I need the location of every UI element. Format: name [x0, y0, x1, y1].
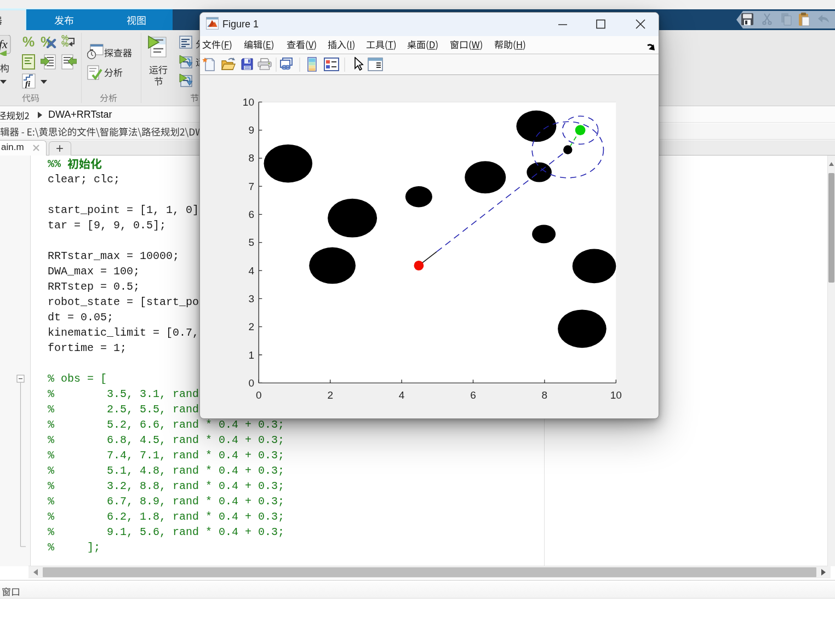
svg-text:9: 9 — [248, 124, 254, 136]
svg-text:0: 0 — [256, 389, 262, 401]
svg-text:4: 4 — [248, 265, 254, 277]
svg-text:0: 0 — [248, 377, 254, 389]
svg-text:6: 6 — [470, 389, 476, 401]
svg-text:2: 2 — [248, 321, 254, 332]
svg-text:fx: fx — [0, 37, 8, 51]
svg-text:8: 8 — [542, 389, 548, 401]
svg-text:2: 2 — [327, 389, 333, 401]
svg-text:5: 5 — [248, 237, 254, 248]
svg-text:fi: fi — [25, 79, 31, 88]
svg-text:7: 7 — [248, 181, 254, 192]
svg-text:4: 4 — [399, 389, 405, 401]
svg-text:10: 10 — [610, 389, 622, 401]
svg-text:8: 8 — [248, 152, 254, 164]
svg-text:1: 1 — [248, 349, 254, 361]
svg-text:3: 3 — [248, 293, 254, 304]
svg-text:6: 6 — [248, 209, 254, 220]
svg-text:10: 10 — [243, 96, 254, 108]
